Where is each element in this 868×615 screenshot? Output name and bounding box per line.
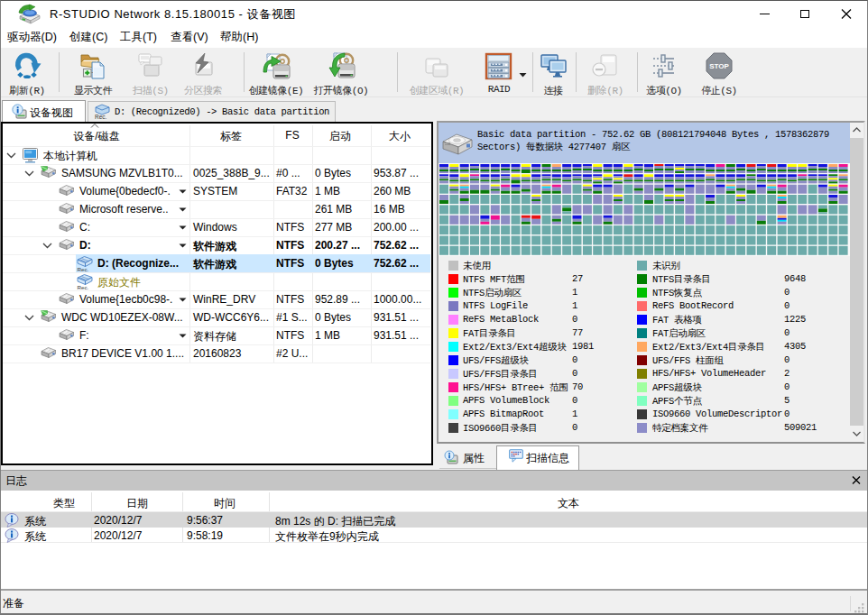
svg-text:Rec.: Rec. [95,114,107,120]
svg-text:Rec.: Rec. [78,266,89,271]
svg-text:STOP: STOP [709,62,729,70]
svg-text:Rec.: Rec. [78,284,89,289]
